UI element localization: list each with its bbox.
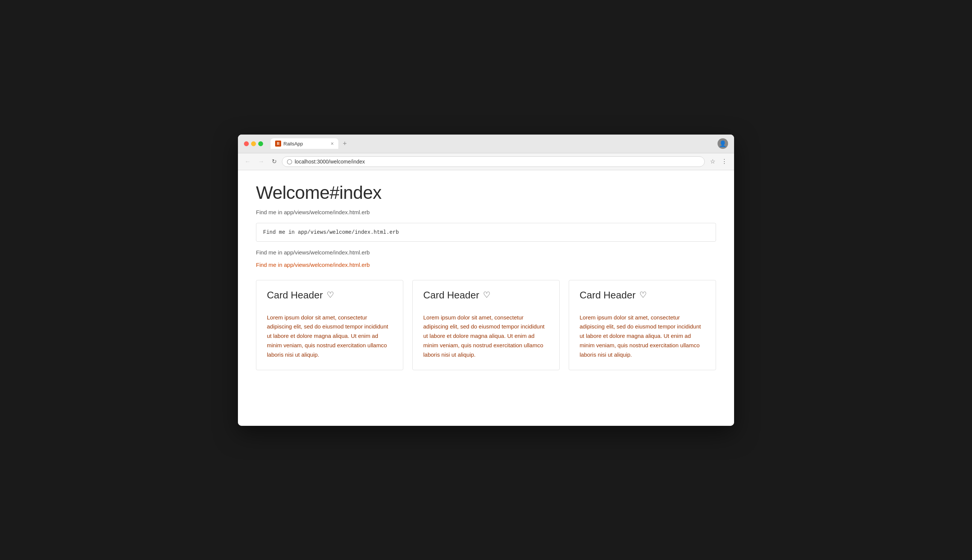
- profile-avatar: 👤: [719, 140, 727, 147]
- traffic-lights: [244, 141, 263, 146]
- card-2-title: Card Header: [423, 289, 479, 301]
- bookmark-button[interactable]: ☆: [708, 157, 717, 167]
- card-1: Card Header ♡ Lorem ipsum dolor sit amet…: [256, 280, 403, 371]
- card-3-header: Card Header ♡: [580, 289, 705, 301]
- browser-chrome: R RailsApp × + 👤 ← → ↻ ◯ localhost:3000/…: [238, 135, 734, 170]
- tab-close-button[interactable]: ×: [331, 140, 334, 147]
- refresh-button[interactable]: ↻: [270, 157, 279, 167]
- new-tab-button[interactable]: +: [340, 138, 350, 149]
- toolbar-actions: ☆ ⋮: [708, 157, 730, 167]
- card-2-heart-icon[interactable]: ♡: [483, 290, 490, 300]
- code-text: Find me in app/views/welcome/index.html.…: [263, 229, 399, 235]
- card-2-body: Lorem ipsum dolor sit amet, consectetur …: [423, 313, 549, 360]
- active-tab[interactable]: R RailsApp ×: [271, 138, 338, 149]
- minimize-button[interactable]: [251, 141, 256, 146]
- card-3-title: Card Header: [580, 289, 635, 301]
- card-1-body: Lorem ipsum dolor sit amet, consectetur …: [267, 313, 392, 360]
- back-button[interactable]: ←: [242, 157, 253, 167]
- card-1-heart-icon[interactable]: ♡: [327, 290, 334, 300]
- browser-window: R RailsApp × + 👤 ← → ↻ ◯ localhost:3000/…: [238, 135, 734, 426]
- address-bar[interactable]: ◯ localhost:3000/welcome/index: [282, 157, 705, 167]
- card-1-title: Card Header: [267, 289, 323, 301]
- card-2-header: Card Header ♡: [423, 289, 549, 301]
- forward-button[interactable]: →: [256, 157, 267, 167]
- card-1-header: Card Header ♡: [267, 289, 392, 301]
- card-2-body-text: Lorem ipsum dolor sit amet, consectetur …: [423, 314, 545, 358]
- code-block: Find me in app/views/welcome/index.html.…: [256, 223, 716, 242]
- browser-toolbar: ← → ↻ ◯ localhost:3000/welcome/index ☆ ⋮: [238, 153, 734, 170]
- tab-favicon: R: [275, 140, 281, 147]
- tab-bar: R RailsApp × +: [271, 138, 715, 149]
- card-3: Card Header ♡ Lorem ipsum dolor sit amet…: [569, 280, 716, 371]
- tab-title: RailsApp: [283, 141, 328, 147]
- page-title: Welcome#index: [256, 182, 716, 203]
- page-content: Welcome#index Find me in app/views/welco…: [238, 170, 734, 426]
- url-text: localhost:3000/welcome/index: [295, 158, 700, 165]
- link-line[interactable]: Find me in app/views/welcome/index.html.…: [256, 262, 716, 268]
- card-3-body: Lorem ipsum dolor sit amet, consectetur …: [580, 313, 705, 360]
- card-3-body-text: Lorem ipsum dolor sit amet, consectetur …: [580, 314, 701, 358]
- cards-grid: Card Header ♡ Lorem ipsum dolor sit amet…: [256, 280, 716, 371]
- profile-icon[interactable]: 👤: [717, 138, 728, 149]
- card-2: Card Header ♡ Lorem ipsum dolor sit amet…: [412, 280, 560, 371]
- close-button[interactable]: [244, 141, 249, 146]
- subtitle-text: Find me in app/views/welcome/index.html.…: [256, 209, 716, 215]
- card-3-heart-icon[interactable]: ♡: [639, 290, 647, 300]
- browser-titlebar: R RailsApp × + 👤: [238, 135, 734, 153]
- card-1-body-text: Lorem ipsum dolor sit amet, consectetur …: [267, 314, 388, 358]
- text-line: Find me in app/views/welcome/index.html.…: [256, 249, 716, 255]
- maximize-button[interactable]: [258, 141, 263, 146]
- more-button[interactable]: ⋮: [719, 157, 730, 167]
- lock-icon: ◯: [287, 158, 292, 164]
